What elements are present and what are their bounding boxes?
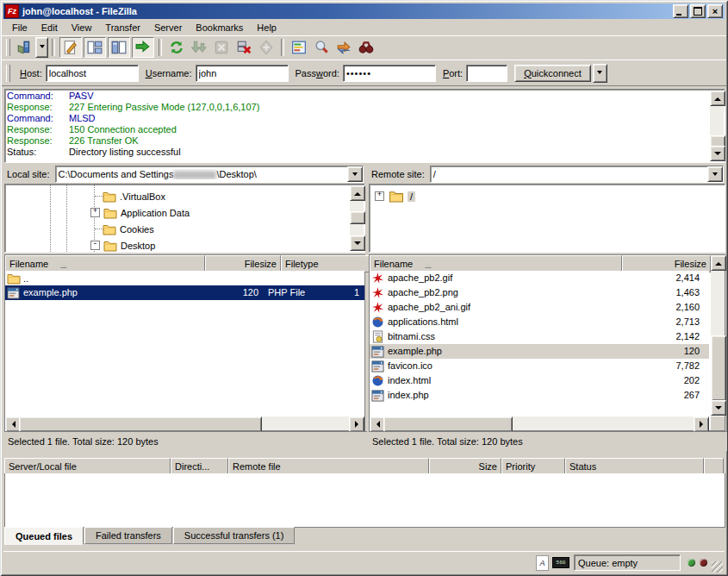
remote-site-label: Remote site: xyxy=(369,169,430,179)
tab-successful-transfers[interactable]: Successful transfers (1) xyxy=(173,527,296,544)
menu-view[interactable]: View xyxy=(65,21,99,34)
refresh-button[interactable] xyxy=(166,38,187,57)
column-header-priority[interactable]: Priority xyxy=(501,458,565,475)
tree-item-application-data[interactable]: + Application Data xyxy=(90,204,190,221)
file-row-favicon-ico[interactable]: favicon.ico 7,782 xyxy=(370,359,709,373)
menu-bookmarks[interactable]: Bookmarks xyxy=(189,21,250,34)
file-row-bitnami-css[interactable]: bitnami.css 2,142 xyxy=(370,329,709,344)
scrollbar-thumb[interactable] xyxy=(711,335,726,401)
file-row-apache-pb2-gif[interactable]: apache_pb2.gif 2,414 xyxy=(370,271,709,285)
expand-icon[interactable]: + xyxy=(375,191,384,201)
file-row-index-html[interactable]: index.html 202 xyxy=(370,373,709,388)
tab-failed-transfers[interactable]: Failed transfers xyxy=(84,527,172,544)
file-row-parent-dir[interactable]: .. xyxy=(5,271,364,285)
site-manager-button[interactable] xyxy=(14,38,34,57)
port-input[interactable] xyxy=(466,65,507,82)
process-queue-button[interactable] xyxy=(189,38,209,57)
toggle-message-log-button[interactable] xyxy=(59,37,82,58)
host-input[interactable] xyxy=(46,65,139,82)
local-site-dropdown[interactable] xyxy=(347,166,363,182)
expand-icon[interactable]: + xyxy=(90,208,100,217)
tab-queued-files[interactable]: Queued files xyxy=(4,527,84,545)
php-file-icon xyxy=(371,390,384,402)
menu-edit[interactable]: Edit xyxy=(34,21,65,34)
menu-bar: File Edit View Transfer Server Bookmarks… xyxy=(2,20,726,36)
column-header-filename[interactable]: Filename xyxy=(5,255,205,272)
tree-item-virtualbox[interactable]: .VirtualBox xyxy=(103,188,165,204)
directory-comparison-button[interactable] xyxy=(311,38,332,57)
scrollbar-thumb[interactable] xyxy=(19,416,262,432)
tree-item-desktop[interactable]: - Desktop xyxy=(90,237,155,254)
scroll-down-button[interactable] xyxy=(350,235,365,251)
local-site-combo[interactable]: C:\Documents and Settings\Desktop\ xyxy=(55,166,364,183)
speed-limit-icon[interactable]: 560 xyxy=(552,557,569,568)
remote-vertical-scrollbar[interactable] xyxy=(711,255,725,416)
file-row-apache-pb2-ani-gif[interactable]: apache_pb2_ani.gif 2,160 xyxy=(370,300,709,315)
local-list-header: Filename Filesize Filetype L xyxy=(5,255,364,271)
minimize-button[interactable] xyxy=(673,4,688,18)
column-header-empty xyxy=(704,458,724,475)
transfer-type-icon[interactable]: A xyxy=(536,555,549,571)
log-scrollbar[interactable] xyxy=(710,91,724,161)
quickconnect-dropdown[interactable] xyxy=(593,64,607,83)
scroll-right-button[interactable] xyxy=(694,416,709,432)
toolbar-grip xyxy=(6,39,10,56)
find-files-button[interactable] xyxy=(356,38,376,57)
menu-transfer[interactable]: Transfer xyxy=(98,21,147,34)
maximize-button[interactable] xyxy=(690,4,706,18)
menu-server[interactable]: Server xyxy=(147,21,189,34)
arrow-right-icon xyxy=(700,421,706,428)
tree-item-root[interactable]: + / xyxy=(375,188,415,204)
synchronized-browsing-button[interactable] xyxy=(333,38,354,57)
column-header-size[interactable]: Size xyxy=(429,458,501,475)
scrollbar-thumb[interactable] xyxy=(383,416,513,432)
cancel-button[interactable] xyxy=(211,38,232,57)
scroll-down-button[interactable] xyxy=(711,400,726,416)
quickconnect-button[interactable]: Quickconnect xyxy=(514,65,591,82)
toggle-queue-button[interactable] xyxy=(132,37,154,58)
scrollbar-thumb[interactable] xyxy=(350,211,365,224)
scroll-up-button[interactable] xyxy=(711,255,726,271)
column-header-filename[interactable]: Filename xyxy=(370,255,622,272)
resize-grip[interactable] xyxy=(712,561,723,573)
tree-item-cookies[interactable]: Cookies xyxy=(103,221,154,237)
filter-button[interactable] xyxy=(289,38,309,57)
column-header-filetype[interactable]: Filetype xyxy=(281,255,378,272)
scroll-down-button[interactable] xyxy=(710,146,725,161)
maximize-icon xyxy=(694,7,702,16)
column-header-direction[interactable]: Directi... xyxy=(171,458,228,475)
toggle-remote-tree-button[interactable] xyxy=(108,37,130,58)
column-header-status[interactable]: Status xyxy=(565,458,704,475)
local-tree-scrollbar[interactable] xyxy=(350,185,364,251)
local-horizontal-scrollbar[interactable] xyxy=(5,416,364,430)
menu-file[interactable]: File xyxy=(5,21,34,34)
username-input[interactable] xyxy=(196,65,289,82)
scroll-right-button[interactable] xyxy=(349,416,364,432)
file-row-example-php[interactable]: example.php 120 xyxy=(370,344,709,359)
collapse-icon[interactable]: - xyxy=(90,241,100,250)
password-input[interactable] xyxy=(343,65,436,82)
reconnect-button[interactable] xyxy=(256,38,277,57)
column-header-filesize[interactable]: Filesize xyxy=(205,255,281,272)
file-row-apache-pb2-png[interactable]: apache_pb2.png 1,463 xyxy=(370,285,709,300)
menu-help[interactable]: Help xyxy=(250,21,283,34)
queue-status-box: Queue: empty xyxy=(574,554,681,571)
scroll-up-button[interactable] xyxy=(710,91,725,106)
file-row-example-php[interactable]: example.php 120 PHP File 1 xyxy=(5,285,364,300)
title-bar[interactable]: Fz john@localhost - FileZilla × xyxy=(3,3,725,19)
close-button[interactable]: × xyxy=(707,4,723,18)
column-header-filesize[interactable]: Filesize xyxy=(622,255,711,272)
column-header-server-local-file[interactable]: Server/Local file xyxy=(4,458,171,475)
remote-horizontal-scrollbar[interactable] xyxy=(370,416,709,430)
activity-led-red xyxy=(700,559,707,567)
file-row-index-php[interactable]: index.php 267 xyxy=(370,388,709,403)
remote-site-combo[interactable]: / xyxy=(430,166,724,183)
file-row-applications-html[interactable]: applications.html 2,713 xyxy=(370,315,709,329)
column-header-remote-file[interactable]: Remote file xyxy=(228,458,429,475)
chevron-down-icon xyxy=(712,172,718,178)
site-manager-dropdown[interactable] xyxy=(35,37,48,58)
scroll-up-button[interactable] xyxy=(350,185,365,201)
toggle-local-tree-button[interactable] xyxy=(84,37,106,58)
disconnect-button[interactable] xyxy=(233,38,254,57)
remote-site-dropdown[interactable] xyxy=(707,166,723,182)
